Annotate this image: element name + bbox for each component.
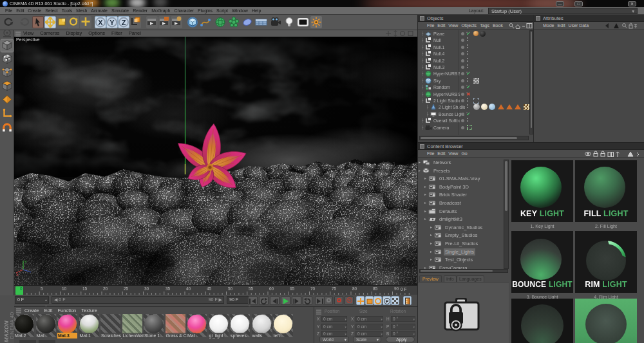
svg-text:Y: Y bbox=[109, 19, 115, 26]
svg-text:X: X bbox=[98, 19, 103, 26]
svg-text:P: P bbox=[385, 299, 388, 304]
svg-text:X: X bbox=[16, 273, 19, 277]
svg-text:Y: Y bbox=[24, 260, 27, 264]
svg-text:Z: Z bbox=[122, 19, 126, 26]
